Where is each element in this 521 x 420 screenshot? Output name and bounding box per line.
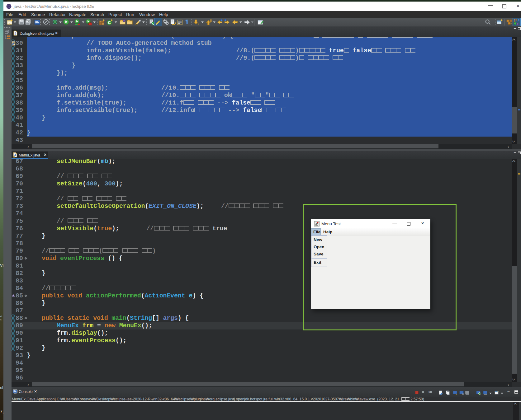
svg-text:J: J xyxy=(14,31,16,35)
svg-text:C: C xyxy=(108,20,111,25)
